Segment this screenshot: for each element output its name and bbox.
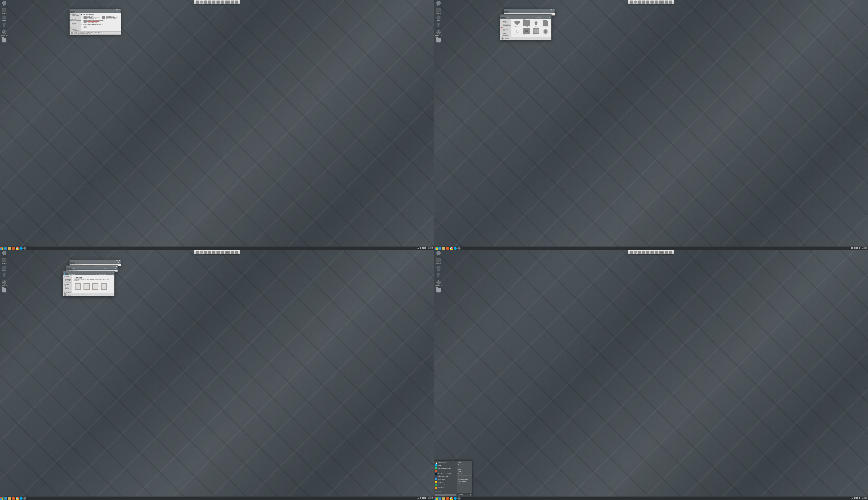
sidebar-item[interactable]: Music (70, 21, 81, 23)
desktop-recycle-bin[interactable]: Recycle Bin (0, 23, 8, 29)
taskbar-paint[interactable] (23, 247, 26, 250)
start-app-ps[interactable]: Adobe Photoshop CC 2015 (434, 473, 457, 475)
search-input[interactable]: Search Dhruv (535, 17, 551, 19)
window-titlebar[interactable]: – ▢ ✕ (70, 9, 121, 11)
dock-icon-6[interactable] (216, 1, 220, 4)
folder-mypics[interactable]: My Pictures (522, 28, 531, 35)
folder-favorites[interactable]: Favorites (513, 20, 522, 27)
sidebar-item[interactable]: Videos (70, 24, 81, 25)
dock-icon[interactable] (665, 1, 668, 4)
start-link-control-panel[interactable]: Control Panel (457, 476, 472, 478)
desktop-control-panel[interactable]: Control Panel (435, 30, 443, 36)
maximize-button[interactable]: ▢ (550, 9, 552, 11)
breadcrumb[interactable]: ▸Computer▾ (509, 11, 538, 13)
desktop-user[interactable]: Dhruv (435, 0, 443, 7)
dock-icon-sugar[interactable]: sugar (225, 1, 230, 4)
start-app-idm[interactable]: Internet Download Manager (434, 467, 457, 470)
folder-intel[interactable]: Intel (522, 20, 531, 27)
dock-icon-1[interactable] (196, 1, 199, 4)
minimize-button[interactable]: – (114, 9, 115, 11)
taskbar-clock[interactable]: 11:09 AM10/28/2015 (427, 247, 433, 249)
start-app-rd[interactable]: RocketDock (434, 486, 457, 489)
sidebar-item[interactable]: Recent Places (70, 15, 81, 16)
taskbar-firefox[interactable] (12, 247, 15, 250)
breadcrumb[interactable]: ▸Dhruv▾ (505, 17, 535, 19)
start-button[interactable] (435, 247, 438, 250)
folder-mydocs[interactable]: My Documents (541, 20, 550, 27)
explorer-bg-2[interactable]: –▢✕ ▸Dhruv▾ Search Dhruv ★ Favorites (66, 265, 118, 272)
dock-icon-7[interactable] (221, 1, 224, 4)
dock-icon[interactable] (638, 1, 641, 4)
start-app-wmc[interactable]: Windows Media Center (434, 484, 457, 486)
start-link-music[interactable]: Music (457, 468, 472, 470)
dock-icon[interactable] (650, 1, 654, 4)
sidebar-item[interactable]: Local Disk (C:) (70, 30, 81, 32)
dock-icon[interactable] (630, 1, 633, 4)
tray-net-icon[interactable] (422, 247, 424, 249)
sidebar-item[interactable]: Documents (70, 20, 81, 21)
explorer-libraries-window[interactable]: –▢✕ 📚Libraries▾ Search Libraries ★ Favor… (63, 271, 115, 296)
start-app-gs[interactable]: Getting Started (434, 478, 457, 481)
all-programs[interactable]: All Programs ▸ (434, 490, 457, 492)
library-documents[interactable]: Documents (75, 283, 81, 292)
start-link-pictures[interactable]: Pictures (457, 466, 472, 468)
dock-icon-5[interactable] (212, 1, 215, 4)
desktop-computer[interactable]: Computer (435, 8, 443, 14)
nav-forward[interactable] (66, 273, 68, 275)
dock-icon-10[interactable] (235, 1, 238, 4)
maximize-button[interactable]: ▢ (110, 272, 112, 273)
explorer-bg-1[interactable]: –▢✕ ▸Computer▾ Search Computer ★ Favorit… (69, 260, 121, 266)
start-app-vp[interactable]: Vegas Pro 13.0 (64-bit) (434, 475, 457, 478)
dock-icon[interactable] (646, 1, 649, 4)
library-videos[interactable]: Videos (101, 283, 107, 292)
taskbar-chrome[interactable] (16, 247, 19, 250)
sidebar-libraries[interactable]: 📚 Libraries (70, 19, 81, 20)
dock-icon-globe[interactable] (200, 1, 203, 4)
desktop-recycle-bin[interactable]: Recycle Bin (435, 23, 443, 29)
close-button[interactable]: ✕ (549, 15, 551, 16)
explorer-computer-window[interactable]: – ▢ ✕ ▸Computer▾ Search Computer ★ Favor… (69, 9, 121, 35)
dock-icon-3[interactable] (204, 1, 207, 4)
search-input[interactable]: Search Computer (104, 11, 120, 13)
dock-icon[interactable] (655, 1, 658, 4)
folder-new[interactable]: New folder (541, 28, 550, 35)
start-search-input[interactable] (435, 494, 456, 496)
desktop-computer[interactable]: Computer (0, 8, 8, 14)
breadcrumb[interactable]: ▸Computer▾ (75, 11, 104, 13)
nav-back[interactable] (501, 17, 503, 19)
start-app-sky[interactable]: Skype (434, 464, 457, 467)
desktop-other-folder[interactable]: other (435, 37, 443, 44)
sidebar-item[interactable]: Pictures (70, 23, 81, 24)
close-button[interactable]: ✕ (113, 272, 114, 273)
sidebar-computer[interactable]: 💻 Computer (70, 29, 81, 30)
drive-c[interactable]: Local Disk (C:) 94.6 GB free of 150 GB (83, 16, 100, 19)
nav-back[interactable] (504, 11, 506, 13)
search-input[interactable]: Search Libraries (98, 273, 114, 275)
minimize-button[interactable]: – (107, 272, 109, 273)
start-app-sn[interactable]: Sticky Notes (434, 481, 457, 484)
start-link-dhruv[interactable]: Dhruv (457, 462, 472, 463)
start-button[interactable] (0, 247, 3, 250)
nav-back[interactable] (70, 11, 72, 13)
sidebar-favorites[interactable]: ★ Favorites (70, 13, 81, 15)
folder-mymusic[interactable]: ♫My Music (513, 28, 522, 35)
folder-links[interactable]: Links (532, 20, 540, 27)
start-link-games[interactable]: Games (457, 471, 472, 472)
nav-forward[interactable] (503, 17, 505, 19)
nav-forward[interactable] (72, 11, 74, 13)
tray-flag-icon[interactable] (420, 247, 421, 249)
desktop-other-folder[interactable]: other (0, 37, 8, 44)
maximize-button[interactable]: ▢ (116, 9, 118, 11)
start-button[interactable] (435, 497, 438, 500)
minimize-button[interactable]: – (548, 9, 549, 11)
start-app-vlc[interactable]: VLC media player (434, 461, 457, 464)
desktop-network[interactable]: Network (0, 15, 8, 22)
tray-vol-icon[interactable] (424, 247, 426, 249)
taskbar-ie[interactable] (4, 247, 7, 250)
nav-back[interactable] (64, 273, 66, 275)
library-music[interactable]: Music (83, 283, 90, 292)
drive-d[interactable]: New Volume (D:) 41.9 GB free of 194 GB (102, 16, 118, 19)
taskbar-skype[interactable] (20, 247, 23, 250)
taskbar-explorer[interactable] (8, 247, 11, 250)
desktop-network[interactable]: Network (435, 15, 443, 22)
